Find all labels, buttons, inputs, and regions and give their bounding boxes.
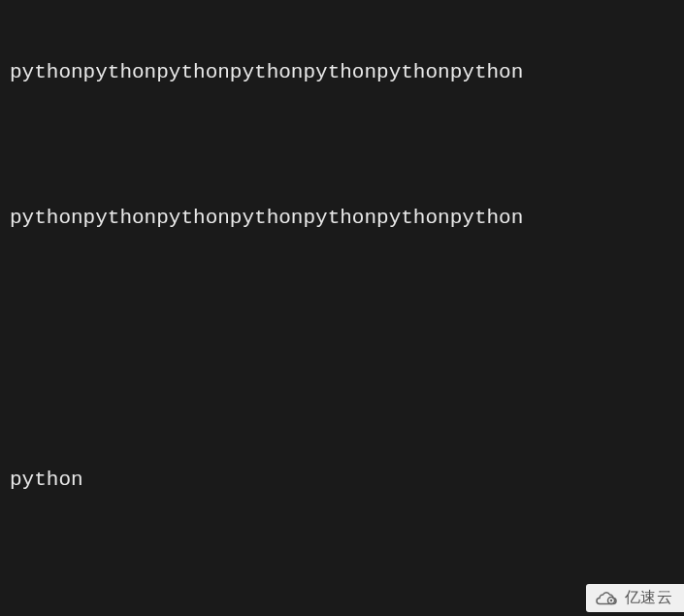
svg-point-1: [609, 599, 611, 600]
output-line: pythonpythonpythonpythonpythonpythonpyth…: [10, 611, 674, 616]
watermark-text: 亿速云: [625, 588, 673, 608]
output-line: pythonpythonpythonpythonpythonpythonpyth…: [10, 58, 674, 87]
console-output: pythonpythonpythonpythonpythonpythonpyth…: [10, 0, 674, 616]
output-line: python: [10, 466, 674, 495]
output-line: pythonpythonpythonpythonpythonpythonpyth…: [10, 204, 674, 233]
cloud-icon: [596, 590, 619, 607]
watermark-badge: 亿速云: [586, 584, 685, 612]
